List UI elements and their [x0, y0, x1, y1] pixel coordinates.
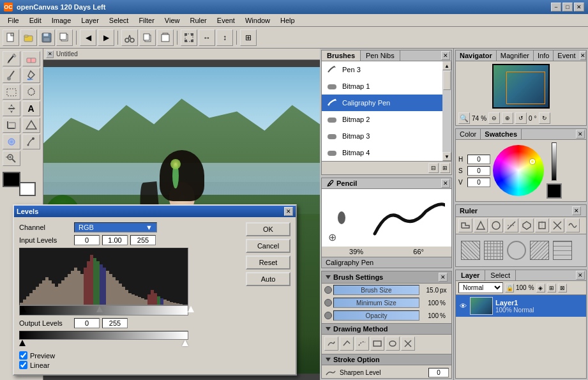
tool-move[interactable]	[3, 101, 20, 116]
brushes-close-button[interactable]: ✕	[441, 51, 450, 60]
background-color-box[interactable]	[19, 182, 36, 196]
ok-button[interactable]: OK	[246, 222, 290, 236]
linear-checkbox[interactable]	[19, 361, 27, 369]
layer-extra-3[interactable]: ⊠	[558, 284, 567, 293]
minimize-button[interactable]: −	[551, 3, 561, 11]
toolbar-redo[interactable]: ▶	[98, 29, 114, 46]
tool-fill[interactable]	[22, 68, 40, 83]
histogram[interactable]	[19, 248, 188, 305]
dm-btn-5[interactable]	[386, 337, 400, 351]
toolbar-open[interactable]	[20, 29, 37, 46]
dm-btn-4[interactable]	[370, 337, 384, 351]
toolbar-extra[interactable]: ⊞	[240, 29, 257, 46]
tab-swatches[interactable]: Swatches	[481, 129, 522, 139]
opacity-dot[interactable]	[324, 312, 332, 319]
dm-btn-6[interactable]	[401, 337, 415, 351]
output-white-arrow[interactable]	[182, 340, 188, 346]
brush-size-bar[interactable]: Brush Size	[333, 285, 419, 295]
zoom-out-button[interactable]: 🔍	[458, 112, 470, 124]
layer-extra-2[interactable]: ⊞	[547, 284, 556, 293]
brushes-scroll-down[interactable]: ▼	[442, 152, 451, 161]
tab-magnifier[interactable]: Magnifier	[497, 50, 534, 61]
menu-window[interactable]: Window	[240, 15, 275, 26]
foreground-color-box[interactable]	[3, 172, 20, 187]
v-input[interactable]	[467, 178, 490, 187]
brush-settings-header[interactable]: Brush Settings ✕	[322, 271, 451, 284]
sharpen-value[interactable]	[428, 368, 449, 377]
menu-edit[interactable]: Edit	[24, 15, 47, 26]
brush-copy-btn[interactable]: ⊟	[428, 163, 439, 173]
auto-button[interactable]: Auto	[246, 272, 290, 286]
menu-view[interactable]: View	[160, 15, 185, 26]
ruler-pattern-grid[interactable]	[484, 241, 503, 260]
expand-arrow[interactable]: ⊕	[328, 231, 336, 243]
layer-row[interactable]: 👁 Layer1 100% Normal	[456, 295, 586, 317]
tool-brush[interactable]	[3, 68, 20, 83]
tab-brushes[interactable]: Brushes	[322, 50, 361, 61]
tab-event[interactable]: Event	[554, 50, 579, 61]
ruler-btn-8[interactable]	[566, 218, 580, 232]
toolbar-cut[interactable]	[121, 29, 138, 46]
tool-zoom[interactable]	[3, 151, 20, 166]
tab-layer[interactable]: Layer	[456, 270, 485, 280]
input-slider-track[interactable]	[19, 305, 188, 315]
toolbar-save[interactable]	[38, 29, 55, 46]
input-mid-field[interactable]	[102, 235, 128, 245]
input-slider-black[interactable]	[20, 306, 26, 312]
tool-select-lasso[interactable]	[22, 84, 40, 100]
output-black-arrow[interactable]	[19, 340, 26, 346]
dm-btn-2[interactable]	[340, 337, 354, 351]
ruler-close-button[interactable]: ✕	[572, 206, 581, 215]
tab-select[interactable]: Select	[485, 270, 516, 280]
menu-filter[interactable]: Filter	[133, 15, 159, 26]
brush-bitmap1[interactable]: Bitmap 1	[322, 78, 442, 95]
h-input[interactable]	[467, 155, 490, 164]
pencil-close-button[interactable]: ✕	[441, 179, 450, 188]
ruler-btn-7[interactable]	[550, 218, 564, 232]
menu-ruler[interactable]: Ruler	[185, 15, 212, 26]
preview-checkbox[interactable]	[19, 351, 27, 360]
ruler-btn-4[interactable]	[504, 218, 518, 232]
color-wheel-wrapper[interactable]	[493, 145, 544, 196]
ruler-pattern-diagonal[interactable]	[461, 241, 480, 260]
output-slider[interactable]	[19, 331, 188, 340]
input-min-field[interactable]	[74, 235, 100, 245]
close-button[interactable]: ✕	[574, 3, 584, 11]
rotate-left-btn[interactable]: ↺	[515, 112, 527, 124]
tool-blur[interactable]	[3, 134, 20, 149]
tab-pen-nibs[interactable]: Pen Nibs	[361, 50, 400, 61]
output-max-field[interactable]	[102, 318, 128, 328]
min-size-bar[interactable]: Minimum Size	[333, 298, 419, 308]
toolbar-transform[interactable]	[181, 29, 197, 46]
dm-btn-3[interactable]	[355, 337, 369, 351]
layers-close-button[interactable]: ✕	[576, 271, 585, 280]
stroke-option-header[interactable]: Stroke Option	[322, 354, 451, 365]
tab-info[interactable]: Info	[534, 50, 554, 61]
drawing-method-header[interactable]: Drawing Method	[322, 323, 451, 335]
brushes-scrollbar[interactable]: ▲ ▼	[442, 61, 451, 161]
maximize-button[interactable]: □	[562, 3, 573, 11]
ruler-btn-5[interactable]	[520, 218, 534, 232]
min-size-dot[interactable]	[324, 299, 332, 307]
ruler-btn-3[interactable]	[489, 218, 503, 232]
brush-add-btn[interactable]: ⊞	[440, 163, 450, 173]
toolbar-undo[interactable]: ◀	[80, 29, 96, 46]
brush-bitmap3[interactable]: Bitmap 3	[322, 128, 442, 144]
toolbar-flip[interactable]: ↔	[199, 29, 215, 46]
brush-settings-close[interactable]: ✕	[439, 273, 448, 282]
toolbar-paste[interactable]	[157, 29, 174, 46]
tool-pencil[interactable]	[3, 51, 20, 66]
tool-eraser[interactable]	[22, 51, 40, 66]
tab-navigator[interactable]: Navigator	[456, 50, 497, 61]
selected-color-swatch[interactable]	[547, 183, 562, 199]
ruler-pattern-cross-diag[interactable]	[530, 241, 549, 260]
brushes-scroll-track[interactable]	[442, 70, 451, 152]
value-slider[interactable]	[552, 142, 557, 181]
opacity-bar[interactable]: Opacity	[333, 310, 419, 321]
toolbar-flipv[interactable]: ↕	[216, 29, 233, 46]
layer-extra-1[interactable]: ◈	[536, 284, 545, 293]
tool-pen[interactable]	[22, 134, 40, 149]
color-wheel[interactable]	[493, 145, 544, 196]
layer-visibility-icon[interactable]: 👁	[458, 301, 467, 310]
layer-lock-btn[interactable]: 🔒	[505, 284, 514, 293]
